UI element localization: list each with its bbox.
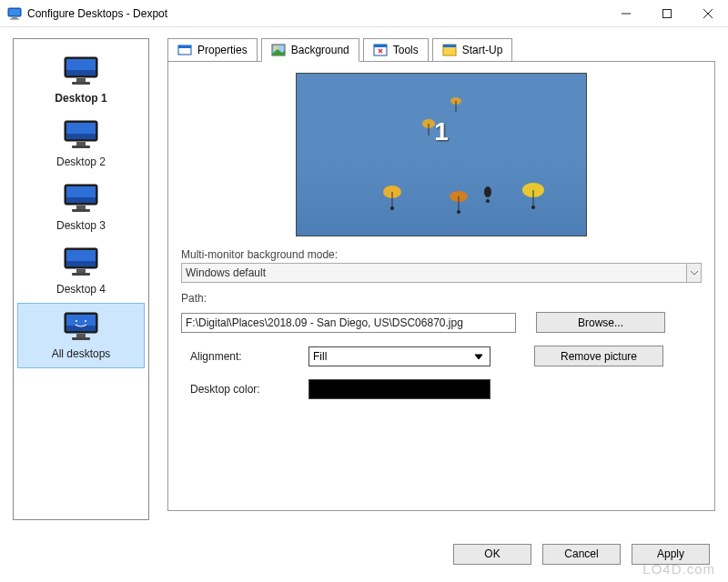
svg-point-57 [531, 206, 535, 209]
svg-rect-42 [443, 45, 456, 47]
svg-rect-21 [76, 206, 86, 209]
svg-rect-1 [9, 9, 20, 15]
cancel-button[interactable]: Cancel [542, 544, 621, 565]
close-button[interactable] [687, 0, 728, 27]
svg-point-31 [76, 320, 77, 322]
tab-label: Background [291, 44, 349, 56]
monitor-icon [61, 246, 101, 277]
tab-label: Start-Up [462, 44, 503, 56]
svg-rect-40 [374, 45, 387, 47]
startup-icon [442, 44, 457, 56]
remove-picture-button[interactable]: Remove picture [534, 346, 663, 366]
svg-rect-15 [66, 134, 96, 139]
sidebar-item-label: Desktop 3 [21, 219, 141, 232]
ok-button[interactable]: OK [453, 544, 531, 565]
main-panel: Properties Background Tools Start-Up [167, 38, 715, 526]
sidebar-item-label: Desktop 1 [21, 92, 141, 105]
svg-rect-27 [72, 273, 90, 276]
svg-point-49 [390, 206, 394, 210]
content-area: Desktop 1 Desktop 2 Desktop 3 Desktop 4 … [0, 27, 728, 537]
sidebar-item-label: All desktops [22, 347, 140, 360]
svg-rect-26 [76, 269, 86, 273]
chevron-down-icon [471, 349, 486, 364]
path-value: F:\Digital\Places\2018.09 - San Diego, U… [186, 316, 463, 329]
sidebar-item-all-desktops[interactable]: All desktops [17, 303, 145, 368]
monitor-icon [61, 55, 101, 86]
tab-background[interactable]: Background [261, 38, 359, 62]
svg-rect-33 [76, 334, 86, 337]
background-icon [271, 44, 286, 56]
titlebar: Configure Desktops - Dexpot [0, 0, 728, 27]
sidebar-item-label: Desktop 4 [21, 283, 141, 296]
multi-monitor-value: Windows default [186, 266, 266, 279]
tab-bar: Properties Background Tools Start-Up [167, 38, 715, 62]
background-panel: 1 Multi-monitor background mode: Windows… [167, 61, 715, 511]
sidebar-item-desktop-3[interactable]: Desktop 3 [17, 176, 145, 239]
tools-icon [373, 44, 388, 56]
multi-monitor-label: Multi-monitor background mode: [181, 248, 702, 261]
tab-label: Tools [393, 44, 419, 56]
svg-point-53 [484, 186, 491, 197]
svg-point-32 [85, 320, 86, 322]
maximize-button[interactable] [646, 0, 687, 27]
apply-button[interactable]: Apply [632, 544, 710, 565]
sidebar-item-desktop-4[interactable]: Desktop 4 [17, 239, 145, 303]
svg-marker-58 [475, 355, 482, 359]
tab-startup[interactable]: Start-Up [432, 38, 513, 62]
tab-label: Properties [197, 44, 248, 56]
sidebar-item-label: Desktop 2 [21, 156, 141, 168]
preview-number: 1 [434, 117, 449, 146]
monitor-icon [61, 311, 101, 342]
tab-tools[interactable]: Tools [363, 38, 429, 62]
svg-rect-16 [76, 142, 86, 146]
path-label: Path: [181, 292, 702, 305]
monitor-icon [61, 183, 101, 214]
window-title: Configure Desktops - Dexpot [27, 7, 605, 20]
svg-point-52 [457, 210, 460, 214]
alignment-select[interactable]: Fill [308, 346, 490, 366]
svg-rect-36 [178, 45, 191, 48]
svg-point-54 [486, 199, 490, 203]
svg-rect-22 [72, 209, 90, 212]
svg-rect-17 [72, 146, 90, 148]
svg-rect-3 [10, 18, 19, 19]
svg-rect-10 [66, 70, 96, 75]
properties-icon [177, 44, 192, 56]
sidebar-item-desktop-2[interactable]: Desktop 2 [17, 112, 145, 176]
preview-container: 1 [181, 73, 702, 239]
desktop-color-label: Desktop color: [181, 383, 308, 396]
svg-rect-20 [66, 197, 96, 203]
dialog-button-bar: OK Cancel Apply [0, 537, 728, 571]
background-preview[interactable]: 1 [296, 73, 587, 236]
svg-rect-5 [662, 9, 671, 17]
svg-rect-2 [12, 17, 17, 19]
chevron-down-icon [686, 264, 701, 282]
svg-point-38 [274, 46, 278, 50]
app-icon [7, 6, 22, 21]
monitor-icon [61, 119, 101, 150]
alignment-label: Alignment: [181, 350, 308, 363]
sidebar-item-desktop-1[interactable]: Desktop 1 [17, 48, 145, 112]
desktop-color-swatch[interactable] [308, 379, 490, 399]
svg-rect-12 [72, 82, 90, 85]
desktop-list: Desktop 1 Desktop 2 Desktop 3 Desktop 4 … [13, 38, 149, 520]
svg-rect-25 [66, 261, 96, 266]
browse-button[interactable]: Browse... [536, 312, 665, 333]
tab-properties[interactable]: Properties [167, 38, 258, 62]
svg-rect-34 [72, 337, 90, 340]
alignment-value: Fill [313, 350, 327, 363]
path-input[interactable]: F:\Digital\Places\2018.09 - San Diego, U… [181, 313, 516, 333]
svg-rect-11 [76, 78, 86, 82]
multi-monitor-select[interactable]: Windows default [181, 263, 702, 283]
minimize-button[interactable] [605, 0, 646, 27]
